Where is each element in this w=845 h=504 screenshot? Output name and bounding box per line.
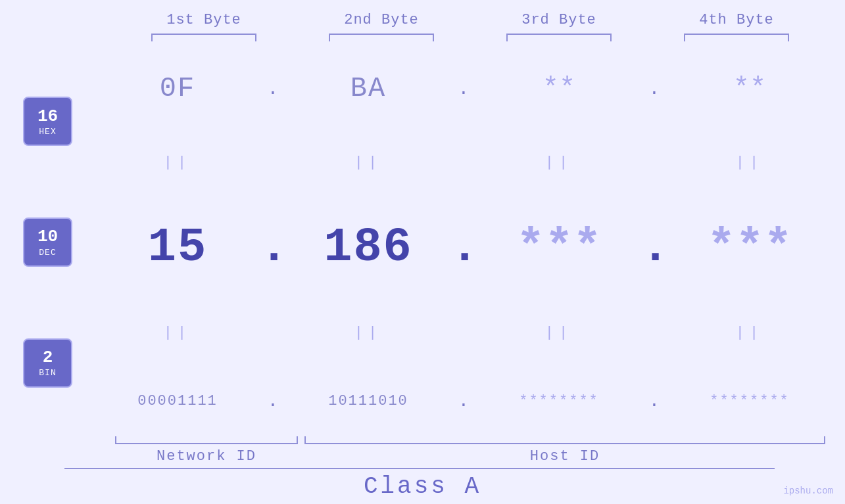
hex-dot-1: . xyxy=(260,79,286,99)
bin-badge-number: 2 xyxy=(43,348,53,368)
main-area: 16 HEX 10 DEC 2 BIN 0F . BA xyxy=(0,41,845,436)
bottom-labels: Network ID Host ID xyxy=(115,448,825,465)
eq1-4: || xyxy=(667,154,832,171)
network-id-label: Network ID xyxy=(115,448,298,465)
dec-dot-3: . xyxy=(641,221,667,275)
main-container: 1st Byte 2nd Byte 3rd Byte 4th Byte xyxy=(0,0,845,504)
header-row: 1st Byte 2nd Byte 3rd Byte 4th Byte xyxy=(0,0,845,28)
top-bracket-row xyxy=(115,34,825,41)
dec-cell-3: *** xyxy=(477,221,641,275)
class-row: Class A xyxy=(0,465,845,504)
byte-label-2: 2nd Byte xyxy=(293,12,470,28)
bin-badge-label: BIN xyxy=(39,368,56,378)
byte-label-4: 4th Byte xyxy=(648,12,825,28)
eq1-1: || xyxy=(95,154,260,171)
hex-badge-label: HEX xyxy=(39,127,56,137)
bracket-line-3 xyxy=(506,34,612,41)
dec-value-1: 15 xyxy=(148,221,207,275)
dec-badge: 10 DEC xyxy=(23,218,72,267)
data-area: 0F . BA . ** . ** || || xyxy=(95,48,845,436)
hex-dot-3: . xyxy=(641,79,667,99)
equals-row-2: || || || || xyxy=(95,325,832,341)
dec-cell-4: *** xyxy=(667,221,832,275)
bracket-cell-2 xyxy=(293,34,470,41)
bottom-brackets xyxy=(115,436,825,444)
eq1-2: || xyxy=(286,154,450,171)
bin-value-2: 10111010 xyxy=(328,393,408,409)
class-label: Class A xyxy=(364,469,481,504)
bracket-line-1 xyxy=(151,34,256,41)
dec-dot-1: . xyxy=(260,221,286,275)
bin-value-1: 00001111 xyxy=(137,393,218,409)
bin-dot-2: . xyxy=(450,391,477,411)
bottom-section: Network ID Host ID xyxy=(0,436,845,465)
network-bracket xyxy=(115,436,298,444)
byte-label-1: 1st Byte xyxy=(115,12,293,28)
bracket-cell-3 xyxy=(470,34,648,41)
bin-cell-2: 10111010 xyxy=(286,393,450,409)
bin-dot-3: . xyxy=(641,391,667,411)
hex-value-1: 0F xyxy=(160,73,195,104)
bracket-cell-1 xyxy=(115,34,293,41)
bin-cell-4: ******** xyxy=(667,393,832,409)
host-id-label: Host ID xyxy=(304,448,825,465)
bin-cell-1: 00001111 xyxy=(95,393,260,409)
bin-value-4: ******** xyxy=(710,393,790,409)
hex-badge: 16 HEX xyxy=(23,97,72,146)
hex-cell-1: 0F xyxy=(95,73,260,104)
watermark: ipshu.com xyxy=(783,486,833,496)
hex-dot-2: . xyxy=(450,79,477,99)
byte-label-3: 3rd Byte xyxy=(470,12,648,28)
hex-value-2: BA xyxy=(350,73,386,104)
hex-value-3: ** xyxy=(543,73,575,104)
dec-badge-number: 10 xyxy=(37,227,58,247)
eq1-3: || xyxy=(477,154,641,171)
equals-row-1: || || || || xyxy=(95,154,832,171)
bin-row: 00001111 . 10111010 . ******** . *******… xyxy=(95,391,832,411)
hex-value-4: ** xyxy=(733,73,766,104)
dec-dot-2: . xyxy=(450,221,477,275)
eq2-3: || xyxy=(477,325,641,341)
eq2-4: || xyxy=(667,325,832,341)
dec-row: 15 . 186 . *** . *** xyxy=(95,221,832,275)
left-badges: 16 HEX 10 DEC 2 BIN xyxy=(0,48,95,436)
bracket-line-2 xyxy=(329,34,434,41)
bin-cell-3: ******** xyxy=(477,393,641,409)
hex-cell-2: BA xyxy=(286,73,450,104)
dec-value-3: *** xyxy=(516,221,602,275)
bin-dot-1: . xyxy=(260,391,286,411)
hex-badge-number: 16 xyxy=(37,106,58,127)
bracket-line-4 xyxy=(684,34,789,41)
bin-value-3: ******** xyxy=(519,393,599,409)
dec-badge-label: DEC xyxy=(39,248,56,258)
hex-row: 0F . BA . ** . ** xyxy=(95,73,832,104)
dec-cell-2: 186 xyxy=(286,221,450,275)
hex-cell-4: ** xyxy=(667,73,832,104)
dec-cell-1: 15 xyxy=(95,221,260,275)
dec-value-4: *** xyxy=(707,221,792,275)
bracket-cell-4 xyxy=(648,34,825,41)
eq2-1: || xyxy=(95,325,260,341)
byte-labels: 1st Byte 2nd Byte 3rd Byte 4th Byte xyxy=(115,12,825,28)
bin-badge: 2 BIN xyxy=(23,338,72,388)
hex-cell-3: ** xyxy=(477,73,641,104)
dec-value-2: 186 xyxy=(324,221,413,275)
host-bracket xyxy=(304,436,825,444)
eq2-2: || xyxy=(286,325,450,341)
